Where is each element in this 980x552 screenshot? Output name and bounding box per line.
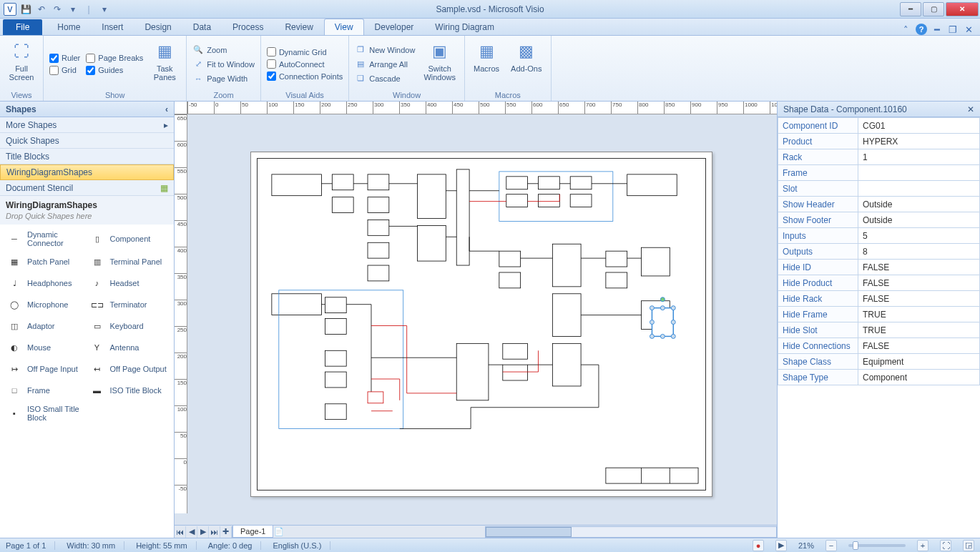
shape-data-row[interactable]: Frame (778, 165, 980, 181)
property-value[interactable]: FALSE (858, 275, 980, 291)
tab-review[interactable]: Review (274, 19, 323, 35)
page-breaks-checkbox[interactable]: Page Breaks (86, 54, 143, 63)
collapse-icon[interactable]: ‹ (165, 104, 168, 114)
tab-process[interactable]: Process (222, 19, 274, 35)
undo-icon[interactable]: ↶ (34, 2, 49, 16)
shape-item[interactable]: ▦Patch Panel (6, 255, 86, 269)
property-value[interactable]: 1 (858, 149, 980, 165)
connection-points-checkbox[interactable]: Connection Points (267, 72, 343, 81)
ruler-checkbox[interactable]: Ruler (49, 54, 80, 63)
app-icon[interactable]: V (3, 2, 17, 16)
shape-item[interactable]: ↦Off Page Input (6, 362, 86, 376)
tab-data[interactable]: Data (182, 19, 222, 35)
shape-item[interactable]: □Frame (6, 383, 86, 398)
shape-data-row[interactable]: ProductHYPERX (778, 134, 980, 149)
tab-developer[interactable]: Developer (364, 19, 425, 35)
macros-button[interactable]: ▦ Macros (471, 39, 502, 89)
shapes-row-wiring[interactable]: WiringDiagramShapes (0, 164, 174, 180)
property-value[interactable] (858, 181, 980, 197)
shape-item[interactable]: ▪ISO Small Title Block (6, 405, 86, 422)
macro-record-icon[interactable]: ● (753, 540, 764, 551)
qat-dropdown-icon[interactable]: ▾ (97, 2, 112, 16)
fit-window-button[interactable]: ⤢Fit to Window (192, 59, 255, 70)
shape-data-row[interactable]: Shape ClassEquipment (778, 354, 980, 370)
zoom-in-icon[interactable]: + (917, 540, 928, 551)
shape-item[interactable]: ⊏⊐Terminator (89, 297, 169, 312)
shape-data-row[interactable]: Inputs5 (778, 228, 980, 244)
horizontal-scrollbar[interactable] (485, 526, 777, 538)
window-restore-icon[interactable]: ❐ (947, 24, 959, 35)
fit-page-icon[interactable]: ⛶ (940, 540, 951, 551)
page-last-icon[interactable]: ⏭ (209, 526, 220, 538)
qat-customize-icon[interactable]: ▾ (66, 2, 80, 16)
maximize-button[interactable]: ▢ (923, 2, 944, 16)
pane-close-icon[interactable]: ✕ (967, 104, 974, 114)
shape-item[interactable]: ◯Microphone (6, 297, 86, 312)
shape-data-row[interactable]: Rack1 (778, 149, 980, 165)
shape-item[interactable]: YAntenna (89, 340, 169, 355)
shapes-row-document-stencil[interactable]: Document Stencil▦ (0, 180, 174, 196)
page-next-icon[interactable]: ▶ (197, 526, 209, 538)
cascade-button[interactable]: ❏Cascade (355, 73, 415, 84)
minimize-button[interactable]: ━ (900, 2, 921, 16)
property-value[interactable]: Outside (858, 197, 980, 212)
file-tab[interactable]: File (3, 19, 42, 35)
shape-data-row[interactable]: Show HeaderOutside (778, 197, 980, 212)
property-value[interactable]: 8 (858, 244, 980, 260)
shape-item[interactable]: ♪Headset (89, 276, 169, 290)
grid-checkbox[interactable]: Grid (49, 66, 80, 75)
zoom-slider[interactable] (848, 544, 906, 547)
property-value[interactable]: FALSE (858, 291, 980, 307)
shape-item[interactable]: ─Dynamic Connector (6, 230, 86, 247)
shapes-row-title-blocks[interactable]: Title Blocks (0, 149, 174, 164)
page-prev-icon[interactable]: ◀ (186, 526, 197, 538)
full-screen-button[interactable]: ⛶ Full Screen (6, 39, 37, 89)
window-minimize-icon[interactable]: ━ (931, 24, 943, 35)
shape-item[interactable]: ▬ISO Title Block (89, 383, 169, 398)
page-width-button[interactable]: ↔Page Width (192, 73, 255, 84)
shape-data-row[interactable]: Slot (778, 181, 980, 197)
shape-data-row[interactable]: Show FooterOutside (778, 212, 980, 228)
dynamic-grid-checkbox[interactable]: Dynamic Grid (267, 47, 343, 56)
status-language[interactable]: English (U.S.) (273, 541, 330, 550)
property-value[interactable]: Outside (858, 212, 980, 228)
guides-checkbox[interactable]: Guides (86, 66, 143, 75)
shape-data-row[interactable]: Hide SlotTRUE (778, 322, 980, 338)
switch-windows-button[interactable]: ▣ Switch Windows (421, 39, 459, 89)
canvas[interactable]: -500501001502002503003504004505005506006… (175, 102, 777, 538)
tab-design[interactable]: Design (134, 19, 182, 35)
autoconnect-checkbox[interactable]: AutoConnect (267, 59, 343, 69)
drawing-page[interactable] (250, 152, 712, 497)
arrange-all-button[interactable]: ▤Arrange All (355, 59, 415, 70)
stencil-edit-icon[interactable]: ▦ (160, 183, 168, 193)
shape-data-row[interactable]: Hide ProductFALSE (778, 275, 980, 291)
shape-data-row[interactable]: Hide FrameTRUE (778, 307, 980, 322)
tab-home[interactable]: Home (46, 19, 91, 35)
shape-item[interactable]: ◐Mouse (6, 340, 86, 355)
shapes-row-quick[interactable]: Quick Shapes (0, 133, 174, 149)
shape-item[interactable]: ▭Keyboard (89, 319, 169, 333)
page-first-icon[interactable]: ⏮ (175, 526, 186, 538)
tab-view[interactable]: View (324, 19, 364, 35)
shape-item[interactable]: ▯Component (89, 230, 169, 247)
ribbon-minimize-icon[interactable]: ˄ (900, 24, 911, 35)
shape-data-row[interactable]: Hide IDFALSE (778, 260, 980, 275)
page-add-icon[interactable]: 📄 (273, 526, 285, 538)
property-value[interactable]: Component (858, 370, 980, 385)
addons-button[interactable]: ▩ Add-Ons (508, 39, 544, 89)
zoom-button[interactable]: 🔍Zoom (192, 44, 255, 56)
close-button[interactable]: ✕ (946, 2, 979, 16)
property-value[interactable]: FALSE (858, 260, 980, 275)
redo-icon[interactable]: ↷ (50, 2, 64, 16)
shape-item[interactable]: ▥Terminal Panel (89, 255, 169, 269)
zoom-out-icon[interactable]: − (825, 540, 837, 551)
shape-item[interactable]: ◫Adaptor (6, 319, 86, 333)
property-value[interactable]: 5 (858, 228, 980, 244)
tab-wiring-diagram[interactable]: Wiring Diagram (424, 19, 505, 35)
property-value[interactable]: FALSE (858, 338, 980, 354)
shape-item[interactable]: ♩Headphones (6, 276, 86, 290)
shape-data-row[interactable]: Hide ConnectionsFALSE (778, 338, 980, 354)
task-panes-button[interactable]: ▦ Task Panes (149, 39, 180, 89)
shape-data-row[interactable]: Component IDCG01 (778, 118, 980, 134)
property-value[interactable] (858, 165, 980, 181)
